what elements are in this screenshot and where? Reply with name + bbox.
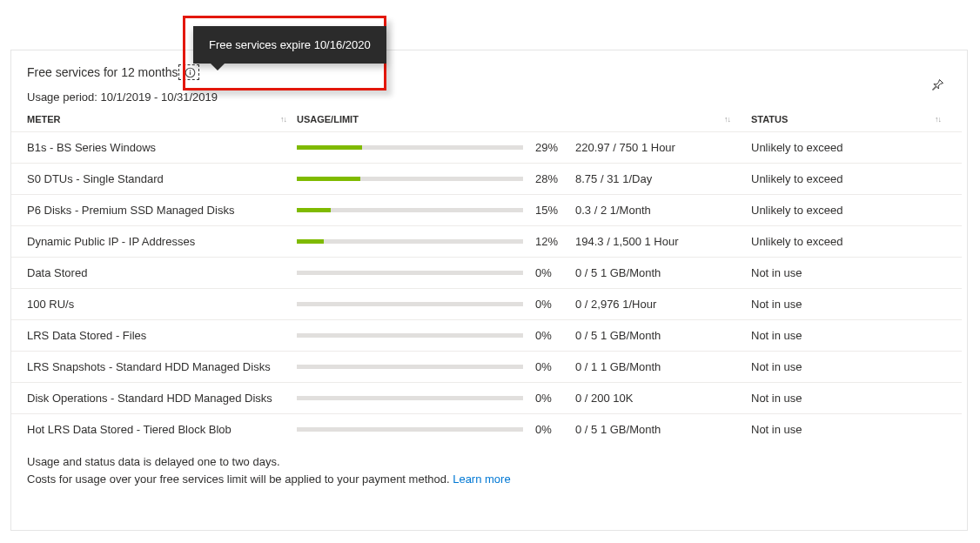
table-row[interactable]: P6 Disks - Premium SSD Managed Disks15%0… bbox=[11, 194, 962, 225]
sort-icon: ↑↓ bbox=[724, 115, 730, 124]
usage-percent: 0% bbox=[535, 360, 575, 373]
usage-percent: 0% bbox=[535, 298, 575, 311]
column-header-status-label: STATUS bbox=[751, 114, 788, 124]
learn-more-link[interactable]: Learn more bbox=[453, 473, 510, 486]
cell-meter: P6 Disks - Premium SSD Managed Disks bbox=[27, 204, 297, 217]
info-icon[interactable] bbox=[185, 66, 197, 78]
table-row[interactable]: Disk Operations - Standard HDD Managed D… bbox=[11, 382, 962, 413]
cell-status: Unlikely to exceed bbox=[741, 235, 946, 248]
usage-percent: 0% bbox=[535, 423, 575, 436]
panel-footer: Usage and status data is delayed one to … bbox=[11, 445, 967, 496]
cell-usage: 12%194.3 / 1,500 1 Hour bbox=[297, 235, 741, 248]
column-header-meter[interactable]: METER ↑↓ bbox=[27, 114, 297, 124]
usage-bar-track bbox=[297, 365, 523, 369]
column-header-status[interactable]: STATUS ↑↓ bbox=[741, 114, 951, 124]
usage-limit: 0 / 5 1 GB/Month bbox=[575, 423, 741, 436]
cell-usage: 0%0 / 5 1 GB/Month bbox=[297, 266, 741, 279]
usage-bar-track bbox=[297, 208, 523, 212]
cell-status: Not in use bbox=[741, 423, 946, 436]
cell-status: Not in use bbox=[741, 392, 946, 405]
usage-period: Usage period: 10/1/2019 - 10/31/2019 bbox=[11, 80, 967, 114]
cell-meter: LRS Snapshots - Standard HDD Managed Dis… bbox=[27, 360, 297, 373]
info-icon-focus bbox=[178, 64, 199, 80]
usage-bar-track bbox=[297, 177, 523, 181]
usage-bar-track bbox=[297, 333, 523, 338]
sort-icon: ↑↓ bbox=[935, 115, 941, 124]
column-header-usage[interactable]: USAGE/LIMIT ↑↓ bbox=[297, 114, 741, 124]
sort-icon: ↑↓ bbox=[280, 115, 286, 124]
column-header-usage-label: USAGE/LIMIT bbox=[297, 114, 359, 124]
usage-percent: 29% bbox=[535, 141, 575, 154]
cell-status: Unlikely to exceed bbox=[741, 204, 946, 217]
footer-line2: Costs for usage over your free services … bbox=[27, 473, 453, 486]
tooltip-text: Free services expire 10/16/2020 bbox=[209, 38, 371, 51]
cell-usage: 15%0.3 / 2 1/Month bbox=[297, 204, 741, 217]
usage-percent: 28% bbox=[535, 172, 575, 185]
usage-limit: 0 / 5 1 GB/Month bbox=[575, 329, 741, 342]
usage-percent: 0% bbox=[535, 266, 575, 279]
cell-meter: S0 DTUs - Single Standard bbox=[27, 172, 297, 185]
usage-bar-fill bbox=[297, 177, 360, 181]
cell-status: Not in use bbox=[741, 329, 946, 342]
usage-limit: 0 / 1 1 GB/Month bbox=[575, 360, 741, 373]
usage-limit: 0.3 / 2 1/Month bbox=[575, 204, 741, 217]
cell-meter: Data Stored bbox=[27, 266, 297, 279]
usage-bar-fill bbox=[297, 239, 324, 244]
usage-bar-fill bbox=[297, 208, 331, 212]
column-header-meter-label: METER bbox=[27, 114, 61, 124]
usage-limit: 0 / 5 1 GB/Month bbox=[575, 266, 741, 279]
cell-meter: B1s - BS Series Windows bbox=[27, 141, 297, 154]
usage-limit: 0 / 2,976 1/Hour bbox=[575, 298, 741, 311]
table-row[interactable]: Data Stored0%0 / 5 1 GB/MonthNot in use bbox=[11, 257, 962, 288]
usage-limit: 194.3 / 1,500 1 Hour bbox=[575, 235, 741, 248]
cell-status: Not in use bbox=[741, 298, 946, 311]
usage-limit: 0 / 200 10K bbox=[575, 392, 741, 405]
usage-bar-track bbox=[297, 145, 523, 150]
cell-usage: 0%0 / 200 10K bbox=[297, 392, 741, 405]
cell-status: Not in use bbox=[741, 266, 946, 279]
table-row[interactable]: LRS Data Stored - Files0%0 / 5 1 GB/Mont… bbox=[11, 319, 962, 351]
cell-usage: 28%8.75 / 31 1/Day bbox=[297, 172, 741, 185]
usage-bar-track bbox=[297, 271, 523, 275]
usage-bar-fill bbox=[297, 145, 362, 150]
table-header: METER ↑↓ USAGE/LIMIT ↑↓ STATUS ↑↓ bbox=[11, 114, 967, 131]
usage-percent: 0% bbox=[535, 329, 575, 342]
cell-meter: Disk Operations - Standard HDD Managed D… bbox=[27, 392, 297, 405]
footer-line1: Usage and status data is delayed one to … bbox=[27, 453, 951, 471]
table-row[interactable]: LRS Snapshots - Standard HDD Managed Dis… bbox=[11, 351, 962, 382]
svg-rect-2 bbox=[190, 70, 191, 70]
cell-meter: 100 RU/s bbox=[27, 298, 297, 311]
usage-percent: 15% bbox=[535, 204, 575, 217]
usage-percent: 12% bbox=[535, 235, 575, 248]
table-row[interactable]: S0 DTUs - Single Standard28%8.75 / 31 1/… bbox=[11, 163, 962, 194]
usage-bar-track bbox=[297, 302, 523, 306]
svg-rect-1 bbox=[190, 71, 191, 74]
usage-bar-track bbox=[297, 396, 523, 400]
usage-percent: 0% bbox=[535, 392, 575, 405]
table-row[interactable]: B1s - BS Series Windows29%220.97 / 750 1… bbox=[11, 131, 962, 163]
info-tooltip: Free services expire 10/16/2020 bbox=[193, 26, 386, 64]
cell-meter: Hot LRS Data Stored - Tiered Block Blob bbox=[27, 423, 297, 436]
usage-bar-track bbox=[297, 427, 523, 432]
usage-bar-track bbox=[297, 239, 523, 244]
cell-meter: LRS Data Stored - Files bbox=[27, 329, 297, 342]
table-row[interactable]: Hot LRS Data Stored - Tiered Block Blob0… bbox=[11, 413, 962, 445]
cell-usage: 0%0 / 1 1 GB/Month bbox=[297, 360, 741, 373]
cell-usage: 29%220.97 / 750 1 Hour bbox=[297, 141, 741, 154]
usage-limit: 8.75 / 31 1/Day bbox=[575, 172, 741, 185]
cell-usage: 0%0 / 2,976 1/Hour bbox=[297, 298, 741, 311]
table-body[interactable]: B1s - BS Series Windows29%220.97 / 750 1… bbox=[11, 131, 967, 445]
pin-icon[interactable] bbox=[930, 78, 946, 94]
cell-meter: Dynamic Public IP - IP Addresses bbox=[27, 235, 297, 248]
cell-usage: 0%0 / 5 1 GB/Month bbox=[297, 423, 741, 436]
table-row[interactable]: Dynamic Public IP - IP Addresses12%194.3… bbox=[11, 225, 962, 257]
free-services-panel: Free services for 12 months Usage period… bbox=[10, 50, 968, 531]
cell-usage: 0%0 / 5 1 GB/Month bbox=[297, 329, 741, 342]
table-row[interactable]: 100 RU/s0%0 / 2,976 1/HourNot in use bbox=[11, 288, 962, 319]
usage-limit: 220.97 / 750 1 Hour bbox=[575, 141, 741, 154]
cell-status: Unlikely to exceed bbox=[741, 172, 946, 185]
panel-title: Free services for 12 months bbox=[27, 65, 178, 79]
cell-status: Unlikely to exceed bbox=[741, 141, 946, 154]
cell-status: Not in use bbox=[741, 360, 946, 373]
